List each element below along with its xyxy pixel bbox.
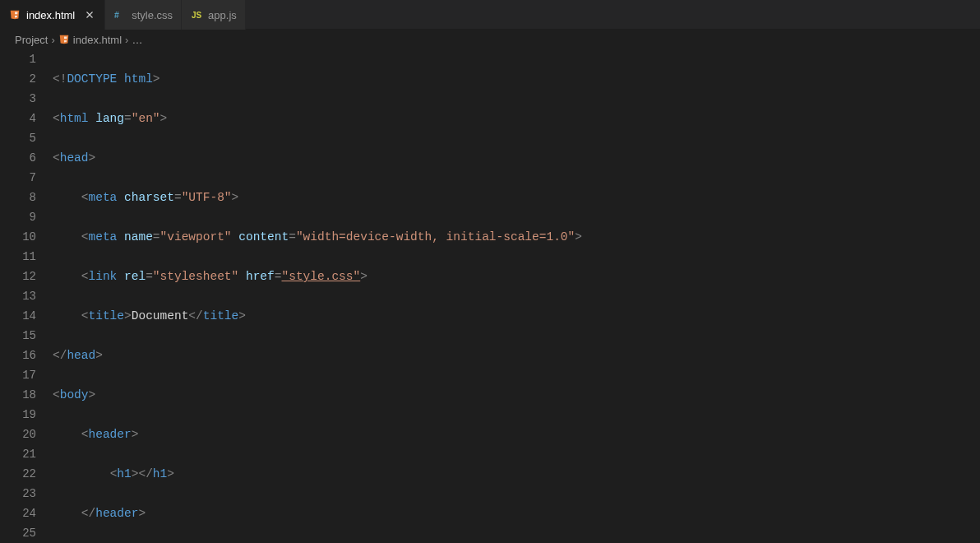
tab-label: index.html: [26, 9, 75, 21]
tab-label: app.js: [208, 9, 237, 21]
breadcrumb-root[interactable]: Project: [15, 34, 48, 46]
code-editor[interactable]: 1234567891011121314151617181920212223242…: [0, 49, 980, 543]
file-html-icon: [8, 8, 21, 21]
breadcrumb-ellipsis[interactable]: …: [132, 34, 142, 46]
line-number-gutter: 1234567891011121314151617181920212223242…: [0, 49, 53, 543]
chevron-right-icon: ›: [125, 34, 128, 46]
file-js-icon: JS: [190, 8, 203, 21]
tab-index-html[interactable]: index.html: [0, 0, 105, 30]
breadcrumb-file[interactable]: index.html: [73, 34, 122, 46]
breadcrumb: Project › index.html › …: [0, 30, 980, 49]
tab-label: style.css: [132, 9, 173, 21]
close-icon[interactable]: [83, 8, 96, 21]
tab-style-css[interactable]: # style.css: [105, 0, 182, 30]
code-content[interactable]: <!DOCTYPE html> <html lang="en"> <head> …: [53, 49, 980, 543]
tab-app-js[interactable]: JS app.js: [182, 0, 246, 30]
editor-tabs: index.html # style.css JS app.js: [0, 0, 980, 30]
svg-text:#: #: [114, 10, 119, 20]
file-html-icon: [58, 34, 70, 45]
file-css-icon: #: [113, 8, 127, 21]
chevron-right-icon: ›: [51, 34, 54, 46]
